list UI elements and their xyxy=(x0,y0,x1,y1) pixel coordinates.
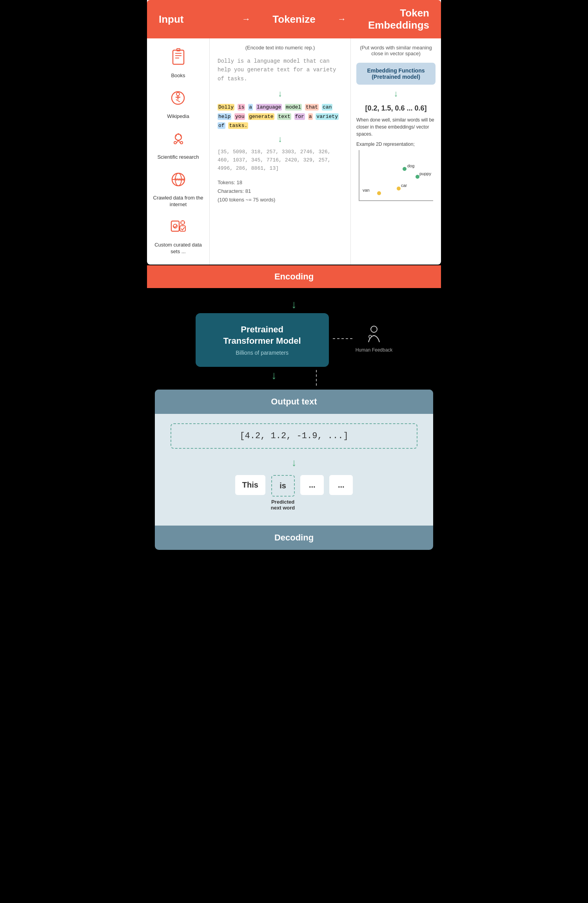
token-stats: Tokens: 18 Characters: 81 (100 tokens ~=… xyxy=(218,178,343,204)
word-boxes: This is Predictednext word ... ... xyxy=(171,475,417,511)
dot-dog-label: dog xyxy=(407,163,414,168)
stat-chars: Characters: 81 xyxy=(218,187,343,196)
decoding-title: Decoding xyxy=(274,533,314,542)
word-dots1-wrap: ... xyxy=(300,475,324,495)
embedding-functions-box: Embedding Functions(Pretrained model) xyxy=(356,63,436,85)
pretrained-title: PretrainedTransformer Model xyxy=(211,324,313,346)
decoding-bar: Decoding xyxy=(155,526,433,550)
pretrained-sub: Billions of parameters xyxy=(211,350,313,356)
input-item-custom: Custom curated data sets ... xyxy=(151,217,205,255)
token-highlighted: Dolly is a language model that can help … xyxy=(218,103,343,130)
header-bar: Input → Tokenize → Token Embeddings xyxy=(147,0,441,38)
embeddings-column: (Put words with similar meaningclose in … xyxy=(351,38,441,265)
input-item-internet: WWW Crawled data from the internet xyxy=(151,170,205,208)
arrow-1: → xyxy=(242,14,250,24)
svg-point-15 xyxy=(178,133,179,135)
top-content: Books Wikipedia xyxy=(147,38,441,265)
wikipedia-icon xyxy=(169,89,187,111)
svg-rect-22 xyxy=(171,221,179,231)
input-column: Books Wikipedia xyxy=(147,38,210,265)
chart-2d: dog puppy car van xyxy=(359,150,433,201)
word-is-wrap: is Predictednext word xyxy=(271,475,295,511)
dot-puppy xyxy=(416,175,419,179)
word-this: This xyxy=(235,475,265,495)
input-item-wikipedia: Wikipedia xyxy=(167,89,189,120)
arrow-down-1: ↓ xyxy=(218,89,343,99)
dot-dog xyxy=(403,167,407,171)
output-card: Output text [4.2, 1.2, -1.9, ...] ↓ This… xyxy=(155,390,433,526)
word-dots2-wrap: ... xyxy=(329,475,353,495)
middle-section: ↓ PretrainedTransformer Model Billions o… xyxy=(147,288,441,390)
embeddings-subtitle: (Put words with similar meaningclose in … xyxy=(356,45,436,56)
output-title-bar: Output text xyxy=(155,390,433,414)
header-tokenize-col: Tokenize xyxy=(254,13,334,25)
dot-car-label: car xyxy=(401,183,407,188)
science-icon xyxy=(169,129,188,152)
output-title: Output text xyxy=(271,397,317,406)
dot-van xyxy=(377,191,381,195)
header-tokenize-title: Tokenize xyxy=(272,13,315,25)
arrow-down-output: ↓ xyxy=(171,457,417,469)
custom-icon xyxy=(169,217,188,239)
dot-car xyxy=(397,187,401,190)
internet-label: Crawled data from the internet xyxy=(151,195,205,208)
word-is: is xyxy=(271,475,295,497)
output-section: Output text [4.2, 1.2, -1.9, ...] ↓ This… xyxy=(147,390,441,558)
embed-vector: [0.2, 1.5, 0.6 ... 0.6] xyxy=(356,104,436,112)
svg-point-12 xyxy=(180,141,183,144)
stat-tokens: Tokens: 18 xyxy=(218,178,343,187)
arrow-2: → xyxy=(338,14,346,24)
encoding-bar: Encoding xyxy=(147,265,441,288)
tokenize-subtitle: (Encode text into numeric rep.) xyxy=(218,45,343,51)
word-dots2: ... xyxy=(329,475,353,495)
input-item-books: Books xyxy=(169,48,188,79)
arrow-to-pretrained: ↓ xyxy=(291,298,297,311)
custom-label: Custom curated data sets ... xyxy=(151,242,205,255)
word-this-wrap: This xyxy=(235,475,265,495)
header-embeddings-title: Token Embeddings xyxy=(368,7,429,31)
pretrained-box: PretrainedTransformer Model Billions of … xyxy=(196,313,329,367)
arrow-down-2: ↓ xyxy=(218,134,343,144)
svg-point-16 xyxy=(180,135,181,136)
svg-point-6 xyxy=(176,92,180,96)
svg-rect-24 xyxy=(180,226,185,231)
header-input-title: Input xyxy=(159,13,184,25)
books-label: Books xyxy=(171,73,185,79)
wikipedia-label: Wikipedia xyxy=(167,113,189,120)
header-embeddings-col: Token Embeddings xyxy=(350,7,429,31)
dot-puppy-label: puppy xyxy=(419,171,431,176)
human-feedback-label: Human Feedback xyxy=(356,347,393,353)
arrow-down-embed: ↓ xyxy=(356,89,436,99)
text-sample: Dolly is a language model that canhelp y… xyxy=(218,57,343,83)
word-dots1: ... xyxy=(300,475,324,495)
embed-desc: When done well, similar words will be cl… xyxy=(356,116,436,138)
output-body: [4.2, 1.2, -1.9, ...] ↓ This is Predicte… xyxy=(155,414,433,526)
svg-point-17 xyxy=(175,135,177,136)
output-vector: [4.2, 1.2, -1.9, ...] xyxy=(171,423,417,449)
science-label: Scientific research xyxy=(157,154,199,161)
svg-line-9 xyxy=(176,100,180,102)
book-icon xyxy=(169,48,188,70)
tokenize-column: (Encode text into numeric rep.) Dolly is… xyxy=(210,38,351,265)
svg-rect-0 xyxy=(173,50,184,64)
predicted-label: Predictednext word xyxy=(271,499,295,511)
input-item-science: Scientific research xyxy=(157,129,199,161)
encoding-title: Encoding xyxy=(274,272,314,281)
header-input-col: Input xyxy=(159,13,238,25)
arrow-from-pretrained: ↓ xyxy=(271,369,277,383)
embed-example-title: Example 2D representation; xyxy=(356,141,436,147)
token-numbers: [35, 5098, 318, 257, 3303, 2746, 326, 46… xyxy=(218,148,343,172)
svg-point-11 xyxy=(174,141,176,144)
top-section: Input → Tokenize → Token Embeddings xyxy=(147,0,441,265)
dot-van-label: van xyxy=(363,188,370,192)
svg-point-30 xyxy=(371,326,377,332)
internet-icon: WWW xyxy=(169,170,188,192)
stat-approx: (100 tokens ~= 75 words) xyxy=(218,196,343,204)
human-feedback-box: Human Feedback xyxy=(356,325,393,353)
